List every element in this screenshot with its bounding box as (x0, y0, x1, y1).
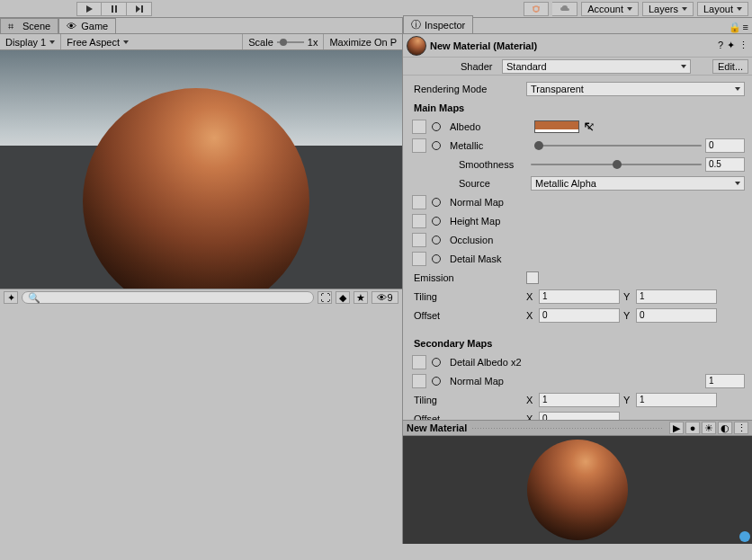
detailmask-picker-icon[interactable] (432, 254, 441, 263)
detail-albedo-slot[interactable] (412, 355, 426, 369)
account-dropdown[interactable]: Account (581, 2, 639, 16)
scale-label: Scale (248, 37, 273, 48)
detail-albedo-label: Detail Albedo x2 (446, 357, 559, 368)
search-input[interactable] (44, 293, 308, 303)
layers-label: Layers (649, 4, 678, 14)
pause-button[interactable] (102, 2, 127, 16)
tab-menu-icon[interactable]: ≡ (743, 22, 748, 33)
sec-offset-label: Offset (410, 413, 523, 421)
layout-dropdown[interactable]: Layout (697, 2, 748, 16)
edit-button[interactable]: Edit... (712, 59, 748, 74)
step-button[interactable] (127, 2, 152, 16)
create-button[interactable]: ✦ (4, 291, 18, 304)
offset-label: Offset (410, 310, 523, 321)
filter-type-icon[interactable]: ◆ (336, 291, 350, 304)
sec-normal-slot[interactable] (412, 374, 426, 388)
x-label: X (526, 310, 535, 321)
smoothness-input[interactable] (705, 157, 745, 172)
rendering-mode-dropdown[interactable]: Transparent (526, 82, 745, 96)
source-dropdown[interactable]: Metallic Alpha (531, 176, 745, 191)
top-toolbar: Account Layers Layout (0, 0, 752, 18)
svg-rect-1 (112, 5, 113, 13)
help-icon[interactable]: ? (718, 40, 723, 51)
sec-offset-x-input[interactable] (539, 412, 620, 421)
smoothness-slider[interactable] (531, 158, 702, 171)
metallic-texture-slot[interactable] (412, 138, 426, 153)
tab-game-label: Game (81, 21, 108, 31)
layers-dropdown[interactable]: Layers (642, 2, 694, 16)
play-button[interactable] (76, 2, 102, 16)
emission-checkbox[interactable] (526, 271, 539, 284)
source-value: Metallic Alpha (535, 178, 596, 189)
metallic-picker-icon[interactable] (432, 141, 441, 150)
offset-y-input[interactable] (636, 308, 717, 323)
material-preview[interactable] (403, 436, 752, 544)
preview-sphere-icon[interactable]: ● (685, 422, 700, 434)
detail-albedo-picker-icon[interactable] (432, 358, 441, 367)
svg-point-6 (533, 6, 534, 8)
material-header: New Material (Material) ? ✦ ⋮ (403, 34, 752, 58)
height-texture-slot[interactable] (412, 214, 426, 228)
sphere-preview-small (527, 440, 628, 540)
maximize-toggle[interactable]: Maximize On P (324, 34, 402, 49)
lock-icon[interactable]: 🔒 (729, 22, 741, 33)
game-header: Display 1 Free Aspect Scale1x Maximize O… (0, 34, 402, 50)
tiling-x-input[interactable] (539, 289, 620, 304)
occlusion-label: Occlusion (446, 235, 559, 245)
sec-normal-label: Normal Map (446, 376, 531, 387)
y-label: Y (623, 310, 632, 321)
scale-slider[interactable] (277, 37, 304, 48)
display-label: Display 1 (5, 37, 46, 48)
menu-icon[interactable]: ⋮ (739, 40, 748, 51)
sec-normal-input[interactable] (705, 374, 745, 388)
caret-icon (735, 87, 740, 91)
tiling-label: Tiling (410, 291, 523, 302)
top-right-controls: Account Layers Layout (524, 2, 748, 16)
metallic-slider[interactable] (534, 139, 702, 152)
cloud-icon[interactable] (552, 2, 577, 16)
shader-dropdown[interactable]: Standard (502, 59, 691, 74)
caret-icon (682, 7, 687, 11)
aspect-dropdown[interactable]: Free Aspect (61, 34, 243, 49)
preview-menu-icon[interactable]: ⋮ (734, 422, 748, 434)
tab-game[interactable]: 👁Game (58, 18, 116, 33)
preview-sky-icon[interactable]: ◐ (718, 422, 732, 434)
albedo-picker-icon[interactable] (432, 122, 441, 131)
normal-texture-slot[interactable] (412, 195, 426, 209)
caret-icon (681, 65, 686, 68)
preview-light-icon[interactable]: ☀ (702, 422, 716, 434)
occlusion-picker-icon[interactable] (432, 236, 441, 244)
collab-icon[interactable] (524, 2, 549, 16)
tab-inspector-label: Inspector (425, 20, 465, 31)
detailmask-texture-slot[interactable] (412, 252, 426, 266)
settings-icon[interactable]: ✦ (727, 40, 735, 51)
albedo-texture-slot[interactable] (412, 120, 426, 134)
svg-point-7 (538, 6, 540, 8)
tab-inspector[interactable]: ⓘInspector (403, 15, 473, 33)
preview-play-icon[interactable]: ▶ (669, 422, 684, 434)
sec-tiling-x-input[interactable] (539, 393, 620, 407)
layout-label: Layout (703, 4, 733, 14)
normal-picker-icon[interactable] (432, 198, 441, 207)
search-box[interactable]: 🔍 (22, 291, 314, 304)
tiling-y-input[interactable] (636, 289, 717, 304)
sec-tiling-y-input[interactable] (636, 393, 717, 407)
albedo-color-swatch[interactable] (534, 120, 579, 133)
preview-header: New Material ▶ ● ☀ ◐ ⋮ (403, 420, 752, 436)
x-label: X (526, 395, 535, 405)
gizmo-toggle[interactable]: 👁9 (372, 291, 398, 304)
offset-x-input[interactable] (539, 308, 620, 323)
display-dropdown[interactable]: Display 1 (0, 34, 61, 49)
shader-value: Standard (506, 61, 547, 72)
tab-scene[interactable]: ⌗Scene (0, 18, 58, 33)
favorite-icon[interactable]: ★ (354, 291, 368, 304)
occlusion-texture-slot[interactable] (412, 233, 426, 247)
maximize-label: Maximize On P (329, 37, 397, 48)
height-picker-icon[interactable] (432, 217, 441, 226)
filter-hierarchy-icon[interactable]: ⛶ (318, 291, 332, 304)
sphere-preview-main (83, 88, 309, 289)
sec-normal-picker-icon[interactable] (432, 377, 441, 386)
scale-control[interactable]: Scale1x (243, 34, 324, 49)
rendering-mode-label: Rendering Mode (410, 84, 523, 94)
metallic-input[interactable] (705, 138, 745, 153)
